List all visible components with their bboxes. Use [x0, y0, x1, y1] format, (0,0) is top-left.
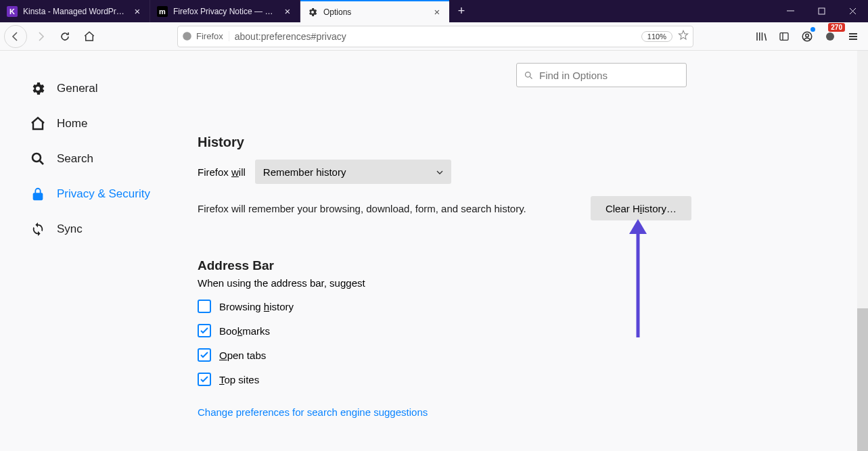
window-controls: [775, 0, 868, 22]
sidebar-item-label: Sync: [57, 222, 83, 236]
checkbox[interactable]: [198, 300, 211, 313]
chevron-down-icon: [436, 166, 443, 178]
checkbox[interactable]: [198, 373, 211, 386]
tab-mozilla-privacy[interactable]: m Firefox Privacy Notice — Mozilla ×: [150, 0, 300, 22]
sidebar-item-sync[interactable]: Sync: [30, 212, 198, 247]
sidebar-item-label: Search: [57, 152, 93, 166]
sync-icon: [30, 221, 46, 237]
gear-icon: [307, 7, 318, 18]
urlbar[interactable]: Firefox about:preferences#privacy 110%: [177, 26, 693, 47]
tab-options[interactable]: Options ×: [300, 0, 449, 22]
maximize-button[interactable]: [806, 0, 837, 22]
tab-title: Kinsta - Managed WordPress Hosting: [23, 7, 127, 16]
addressbar-heading: Address Bar: [198, 258, 691, 273]
addressbar-section: Address Bar When using the address bar, …: [198, 258, 691, 419]
menu-button[interactable]: [842, 26, 864, 47]
clear-history-button[interactable]: Clear Hiistory…: [591, 196, 691, 220]
account-icon[interactable]: [796, 26, 818, 47]
svg-point-1: [183, 32, 191, 41]
preferences-content: General Home Search Privacy & Security S…: [0, 51, 868, 451]
svg-rect-0: [819, 8, 825, 14]
svg-marker-9: [629, 219, 647, 234]
addressbar-subheading: When using the address bar, suggest: [198, 277, 691, 289]
home-icon: [30, 116, 46, 132]
bookmark-star-icon[interactable]: [678, 30, 689, 43]
search-icon: [30, 151, 46, 167]
zoom-badge[interactable]: 110%: [641, 31, 672, 42]
search-icon: [524, 70, 534, 80]
history-description: Firefox will remember your browsing, dow…: [198, 203, 526, 214]
titlebar: K Kinsta - Managed WordPress Hosting × m…: [0, 0, 868, 22]
library-icon[interactable]: [750, 26, 772, 47]
reload-button[interactable]: [54, 26, 76, 47]
gear-icon: [30, 80, 46, 97]
suggest-browsing-history: Browsing history: [198, 297, 691, 316]
preferences-main: History Firefox will Remember history Fi…: [198, 51, 868, 451]
sidebar-item-label: Privacy & Security: [57, 187, 150, 201]
history-section: History Firefox will Remember history Fi…: [198, 135, 691, 220]
home-button[interactable]: [78, 26, 100, 47]
suggest-bookmarks: Bookmarks: [198, 321, 691, 340]
search-suggestions-link[interactable]: Change preferences for search engine sug…: [198, 406, 428, 418]
suggest-open-tabs: Open tabs: [198, 346, 691, 364]
checkbox[interactable]: [198, 348, 211, 362]
sidebar-item-label: Home: [57, 117, 87, 130]
lock-icon: [30, 186, 46, 202]
close-window-button[interactable]: [837, 0, 868, 22]
close-icon[interactable]: ×: [132, 6, 143, 17]
back-button[interactable]: [4, 25, 27, 48]
sidebar-item-general[interactable]: General: [30, 71, 198, 106]
favicon-mozilla: m: [157, 6, 168, 17]
scrollbar-thumb[interactable]: [857, 308, 868, 451]
checkbox[interactable]: [198, 324, 211, 337]
sidebar-item-search[interactable]: Search: [30, 141, 198, 176]
identity-box[interactable]: Firefox: [182, 31, 229, 41]
find-input[interactable]: [539, 70, 679, 81]
new-tab-button[interactable]: +: [449, 0, 474, 22]
history-heading: History: [198, 135, 691, 150]
favicon-kinsta: K: [7, 6, 18, 17]
sidebar-toggle-icon[interactable]: [773, 26, 795, 47]
find-in-options[interactable]: [516, 63, 687, 87]
svg-point-7: [526, 72, 531, 77]
tab-title: Options: [323, 7, 426, 17]
navbar: Firefox about:preferences#privacy 110% 2…: [0, 22, 868, 51]
select-value: Remember history: [263, 166, 346, 178]
svg-point-6: [32, 153, 41, 162]
preferences-sidebar: General Home Search Privacy & Security S…: [0, 51, 198, 451]
forward-button[interactable]: [30, 26, 51, 47]
close-icon[interactable]: ×: [282, 6, 293, 17]
sidebar-item-privacy[interactable]: Privacy & Security: [30, 176, 198, 212]
check-label: Open tabs: [219, 350, 266, 361]
notification-dot: [810, 27, 815, 32]
sidebar-item-home[interactable]: Home: [30, 106, 198, 141]
history-mode-select[interactable]: Remember history: [255, 160, 451, 184]
close-icon[interactable]: ×: [432, 7, 442, 18]
check-label: Bookmarks: [219, 325, 270, 337]
check-label: Browsing history: [219, 301, 294, 312]
extension-icon[interactable]: 270: [819, 26, 841, 47]
url-text: about:preferences#privacy: [235, 31, 636, 42]
svg-point-4: [806, 34, 809, 37]
check-label: Top sites: [219, 374, 259, 385]
svg-rect-2: [780, 32, 788, 40]
suggest-top-sites: Top sites: [198, 370, 691, 389]
svg-point-5: [826, 32, 834, 41]
minimize-button[interactable]: [775, 0, 806, 22]
history-mode-label: Firefox will: [198, 166, 246, 178]
tab-title: Firefox Privacy Notice — Mozilla: [173, 7, 277, 16]
tab-kinsta[interactable]: K Kinsta - Managed WordPress Hosting ×: [0, 0, 150, 22]
sidebar-item-label: General: [57, 82, 97, 95]
identity-label: Firefox: [196, 31, 223, 41]
